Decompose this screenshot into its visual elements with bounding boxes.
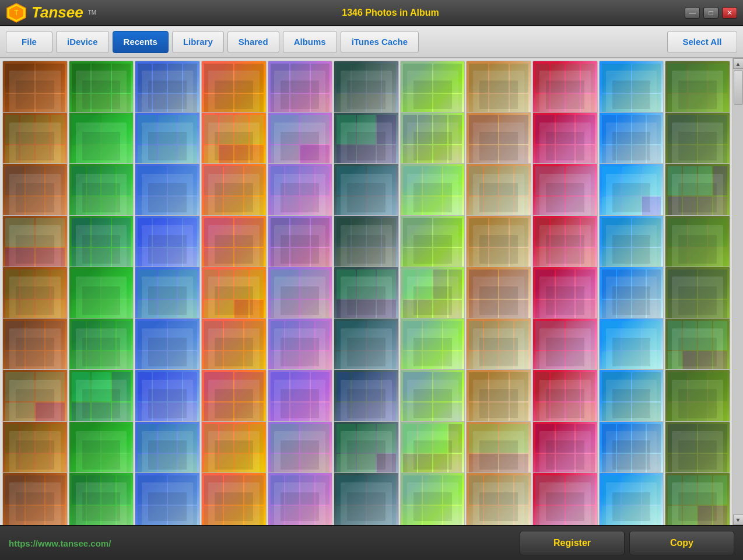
scroll-thumb[interactable] (734, 70, 743, 105)
navigation-bar: File iDevice Recents Library Shared Albu… (0, 26, 743, 58)
app-name: Tansee (31, 4, 83, 22)
photo-grid (0, 58, 733, 525)
tab-albums[interactable]: Albums (283, 31, 337, 53)
photo-thumbnail[interactable] (69, 473, 134, 525)
register-button[interactable]: Register (520, 531, 625, 555)
window-controls: — □ ✕ (685, 7, 737, 19)
tab-library[interactable]: Library (172, 31, 224, 53)
tab-idevice[interactable]: iDevice (56, 31, 109, 53)
close-button[interactable]: ✕ (722, 7, 737, 19)
main-content: ▲ ▼ (0, 58, 743, 525)
photo-thumbnail[interactable] (466, 473, 531, 525)
svg-text:T: T (14, 9, 19, 17)
photo-thumbnail[interactable] (201, 473, 267, 525)
tab-file[interactable]: File (6, 31, 52, 53)
title-bar: T Tansee TM 1346 Photos in Album — □ ✕ (0, 0, 743, 26)
photo-thumbnail[interactable] (599, 473, 664, 525)
photo-thumbnail[interactable] (400, 473, 465, 525)
bottom-bar: https://www.tansee.com/ Register Copy (0, 525, 743, 560)
maximize-button[interactable]: □ (703, 7, 719, 19)
tab-itunes-cache[interactable]: iTunes Cache (341, 31, 419, 53)
scroll-up-arrow[interactable]: ▲ (733, 58, 744, 69)
scrollbar[interactable]: ▲ ▼ (733, 58, 743, 525)
photo-thumbnail[interactable] (532, 473, 598, 525)
app-logo: T Tansee TM (6, 2, 96, 23)
photo-thumbnail[interactable] (334, 473, 399, 525)
photo-thumbnail[interactable] (2, 473, 68, 525)
photo-thumbnail[interactable] (268, 473, 333, 525)
minimize-button[interactable]: — (685, 7, 700, 19)
album-info: 1346 Photos in Album (96, 8, 685, 18)
tab-recents[interactable]: Recents (113, 31, 169, 53)
select-all-button[interactable]: Select All (667, 31, 737, 53)
logo-icon: T (6, 2, 27, 23)
photo-thumbnail[interactable] (135, 473, 200, 525)
website-link[interactable]: https://www.tansee.com/ (9, 538, 111, 548)
copy-button[interactable]: Copy (629, 531, 734, 555)
trademark: TM (88, 9, 96, 16)
tab-shared[interactable]: Shared (227, 31, 279, 53)
scroll-down-arrow[interactable]: ▼ (733, 514, 744, 525)
bottom-buttons: Register Copy (520, 531, 734, 555)
photo-thumbnail[interactable] (665, 473, 730, 525)
